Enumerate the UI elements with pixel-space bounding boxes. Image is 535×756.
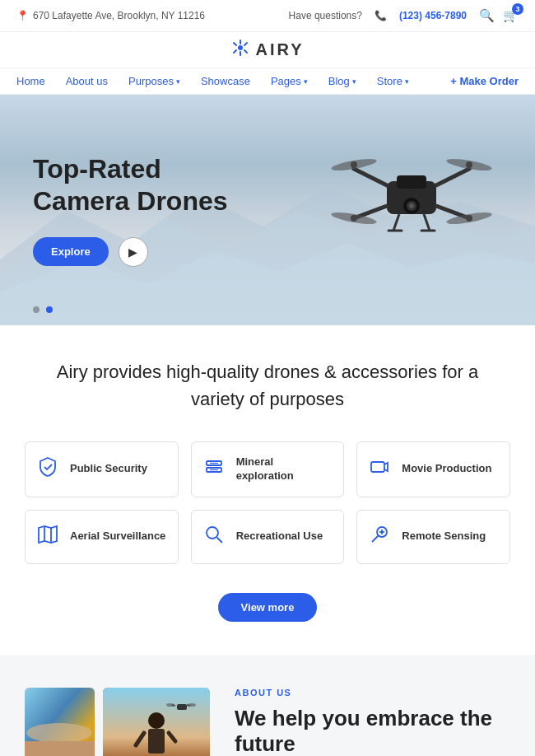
address-block: 📍 670 Lafayette Ave, Brooklyn, NY 11216 (16, 10, 205, 21)
nav-blog[interactable]: Blog ▾ (328, 75, 356, 87)
purpose-label-aerial-surveillance: Aerial Surveillance (70, 530, 165, 544)
purpose-label-public-security: Public Security (70, 462, 147, 476)
svg-point-57 (188, 703, 196, 707)
hero-play-button[interactable]: ▶ (119, 237, 148, 267)
purposes-caret: ▾ (176, 77, 180, 86)
nav-home[interactable]: Home (16, 75, 45, 87)
purpose-label-movie-production: Movie Production (402, 462, 491, 476)
about-title: We help you embrace the future (235, 706, 510, 756)
purpose-card-movie-production[interactable]: Movie Production (356, 441, 510, 497)
svg-point-25 (351, 215, 357, 222)
purposes-grid: Public Security Mineral exploration (25, 441, 510, 564)
purpose-card-public-security[interactable]: Public Security (25, 441, 179, 497)
nav-store[interactable]: Store ▾ (377, 75, 409, 87)
purposes-section: Airy provides high-quality drones & acce… (0, 325, 535, 655)
svg-line-4 (244, 50, 247, 53)
tool-icon (369, 524, 392, 550)
cart-badge: 3 (512, 3, 523, 15)
svg-point-26 (466, 215, 472, 222)
about-label: ABOUT US (235, 688, 510, 698)
hero-section: Top-Rated Camera Drones Explore ▶ (0, 95, 535, 325)
logo-icon (230, 39, 250, 61)
hero-explore-button[interactable]: Explore (33, 237, 109, 266)
purpose-card-aerial-surveillance[interactable]: Aerial Surveillance (25, 510, 179, 564)
svg-rect-50 (148, 729, 165, 754)
nav-showcase[interactable]: Showcase (201, 75, 250, 87)
purpose-card-mineral-exploration[interactable]: Mineral exploration (191, 441, 345, 497)
logo-text: AIRY (255, 40, 304, 59)
svg-line-5 (244, 43, 247, 45)
nav-purposes[interactable]: Purposes ▾ (128, 75, 180, 87)
svg-point-24 (466, 161, 472, 168)
dot-1[interactable] (33, 306, 40, 313)
hero-content: Top-Rated Camera Drones Explore ▶ (0, 128, 280, 292)
drone-illustration (305, 111, 519, 276)
map-icon (37, 524, 60, 550)
drone-operator-image (103, 688, 210, 756)
question-text: Have questions? (289, 10, 362, 21)
purpose-label-recreational: Recreational Use (236, 530, 323, 544)
svg-line-41 (372, 535, 379, 542)
contact-block: Have questions? 📞 (123) 456-7890 🔍 🛒 3 (289, 8, 519, 23)
svg-line-27 (393, 214, 399, 231)
nav-about[interactable]: About us (66, 75, 108, 87)
svg-line-28 (424, 214, 430, 231)
phone-icon: 📞 (374, 10, 387, 21)
store-caret: ▾ (405, 77, 409, 86)
top-bar: 📍 670 Lafayette Ave, Brooklyn, NY 11216 … (0, 0, 535, 32)
search-magnify-icon (203, 524, 226, 550)
svg-point-0 (238, 45, 243, 50)
blog-caret: ▾ (352, 77, 356, 86)
view-more-button[interactable]: View more (218, 593, 318, 622)
svg-point-23 (351, 161, 357, 168)
address-text: 670 Lafayette Ave, Brooklyn, NY 11216 (33, 10, 205, 21)
about-images (25, 688, 210, 756)
utility-icons: 🔍 🛒 3 (479, 8, 519, 23)
svg-marker-36 (39, 526, 57, 543)
svg-point-14 (409, 203, 414, 208)
cart-icon-wrapper[interactable]: 🛒 3 (503, 8, 519, 23)
shield-icon (37, 456, 60, 483)
svg-point-56 (166, 703, 174, 707)
about-images-top-row (25, 688, 210, 756)
layers-icon (203, 456, 226, 483)
svg-line-3 (234, 43, 236, 45)
svg-point-46 (26, 723, 92, 743)
purpose-label-mineral-exploration: Mineral exploration (236, 455, 333, 483)
purpose-label-remote-sensing: Remote Sensing (402, 530, 486, 544)
hero-dots (33, 306, 53, 313)
svg-point-49 (148, 712, 165, 729)
beach-image (25, 688, 95, 756)
dot-2[interactable] (46, 306, 53, 313)
location-icon: 📍 (16, 10, 29, 21)
main-nav: Home About us Purposes ▾ Showcase Pages … (0, 68, 535, 95)
hero-title: Top-Rated Camera Drones (33, 153, 247, 217)
logo-bar: AIRY (0, 32, 535, 68)
about-content: ABOUT US We help you embrace the future … (235, 688, 510, 756)
svg-line-16 (436, 169, 469, 185)
phone-text[interactable]: (123) 456-7890 (399, 10, 467, 21)
svg-line-15 (354, 169, 387, 185)
nav-pages[interactable]: Pages ▾ (271, 75, 308, 87)
svg-rect-47 (25, 741, 95, 756)
hero-buttons: Explore ▶ (33, 237, 247, 267)
about-section: ABOUT US We help you embrace the future … (0, 655, 535, 756)
film-icon (369, 456, 392, 483)
purpose-card-recreational[interactable]: Recreational Use (191, 510, 345, 564)
pages-caret: ▾ (304, 77, 308, 86)
svg-point-39 (207, 527, 218, 539)
svg-rect-11 (397, 175, 426, 189)
purpose-card-remote-sensing[interactable]: Remote Sensing (356, 510, 510, 564)
svg-line-6 (234, 50, 236, 53)
svg-rect-35 (371, 462, 384, 472)
logo[interactable]: AIRY (230, 39, 304, 61)
purposes-title: Airy provides high-quality drones & acce… (54, 358, 482, 413)
svg-rect-53 (177, 704, 187, 710)
svg-line-40 (216, 537, 222, 543)
make-order-link[interactable]: + Make Order (450, 75, 519, 87)
search-icon[interactable]: 🔍 (479, 8, 495, 23)
